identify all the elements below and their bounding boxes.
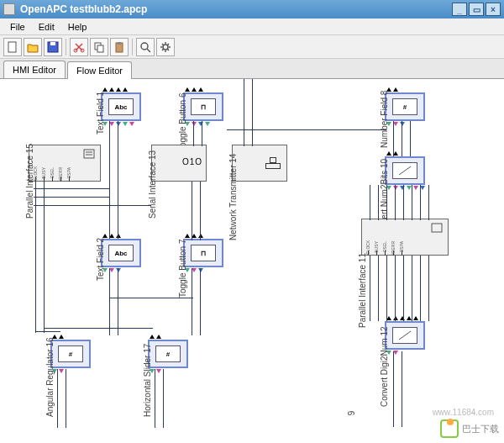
wire — [155, 369, 155, 428]
search-icon[interactable] — [136, 38, 155, 56]
node-angular-regulator-16[interactable]: # — [50, 340, 91, 368]
paste-icon[interactable] — [110, 38, 129, 56]
node-toggle-button-7[interactable]: ⊓ — [183, 239, 223, 267]
node-parallel-interface-11[interactable]: CLOCK BUSY DSEL IOERR DSPA — [361, 219, 449, 256]
wire — [395, 185, 396, 220]
copy-icon[interactable] — [90, 38, 108, 56]
wire — [386, 185, 387, 220]
convert-icon — [392, 327, 417, 344]
wire — [412, 185, 412, 220]
wire — [202, 121, 202, 146]
label-row-9: 9 — [347, 411, 356, 416]
svg-rect-0 — [8, 42, 16, 52]
flow-canvas[interactable]: CLOCK BUSY DSEL IOERR DSPA Parallel Inte… — [0, 79, 504, 443]
toolbar-separator — [66, 39, 66, 55]
node-number-field-8[interactable]: # — [385, 92, 425, 121]
label-network-transmitter-14: Network Transmitter 14 — [228, 154, 238, 240]
wire — [378, 256, 379, 321]
svg-rect-2 — [50, 42, 55, 45]
text-glyph-icon: Abc — [108, 98, 134, 115]
save-icon[interactable] — [44, 38, 62, 56]
node-convert-num2bits-10[interactable] — [385, 156, 425, 185]
menu-edit[interactable]: Edit — [32, 20, 61, 34]
svg-line-15 — [399, 166, 411, 175]
wire — [403, 185, 404, 220]
wire — [200, 268, 201, 335]
svg-rect-8 — [118, 42, 121, 45]
wire — [410, 121, 411, 156]
wire — [35, 331, 60, 332]
wire — [34, 188, 109, 189]
network-icon — [265, 157, 281, 169]
gear-icon[interactable] — [156, 38, 175, 56]
svg-line-17 — [399, 331, 411, 340]
label-text-field-1: Text Field 1 — [96, 92, 105, 134]
watermark-url: www.11684.com — [433, 408, 494, 417]
close-button[interactable]: × — [486, 3, 501, 16]
node-serial-interface-13[interactable]: O1O — [151, 145, 207, 182]
window-titlebar: OpenAPC testblubb2.apcp _ ▭ × — [0, 0, 504, 18]
tab-hmi-editor[interactable]: HMI Editor — [3, 61, 66, 78]
svg-point-11 — [163, 45, 168, 50]
node-text-field-1[interactable]: Abc — [101, 92, 141, 121]
label-parallel-interface-11: Parallel Interface 11 — [358, 253, 367, 328]
wire — [57, 369, 58, 428]
wire — [109, 121, 110, 239]
text-glyph-icon: Abc — [108, 245, 134, 261]
wire — [393, 121, 394, 156]
wire — [252, 79, 253, 146]
wire — [109, 298, 193, 298]
node-network-transmitter-14[interactable] — [232, 145, 287, 182]
watermark-logo-icon — [440, 419, 459, 438]
tab-flow-editor[interactable]: Flow Editor — [67, 61, 132, 79]
wire — [66, 369, 66, 428]
wire — [420, 185, 421, 220]
pulse-icon: ⊓ — [191, 98, 216, 115]
label-toggle-button-6: Toggle Button 6 — [178, 93, 187, 152]
toolbar — [0, 35, 504, 59]
tabstrip: HMI Editor Flow Editor — [0, 59, 504, 79]
svg-line-10 — [147, 49, 150, 52]
wire — [370, 185, 370, 220]
wire — [34, 197, 109, 198]
new-icon[interactable] — [3, 38, 22, 56]
wire — [163, 369, 164, 428]
menu-file[interactable]: File — [3, 20, 32, 34]
label-horizontal-slider-17: Horizontal Slider 17 — [143, 344, 152, 417]
app-icon — [3, 3, 15, 15]
svg-rect-16 — [432, 224, 442, 232]
node-horizontal-slider-17[interactable]: # — [148, 340, 188, 368]
node-parallel-interface-15[interactable]: CLOCK BUSY DSEL IOERR DSPA — [29, 145, 101, 182]
watermark: www.11684.com 巴士下载 — [440, 419, 499, 438]
wire — [192, 182, 192, 240]
node-convert-digi2num-12[interactable] — [385, 321, 425, 350]
label-serial-interface-13: Serial Interface 13 — [148, 150, 157, 219]
node-text-field-2[interactable]: Abc — [101, 239, 141, 267]
wire — [378, 185, 379, 220]
wire — [193, 121, 194, 146]
maximize-button[interactable]: ▭ — [469, 3, 484, 16]
label-toggle-button-7: Toggle Button 7 — [178, 240, 187, 298]
pulse-icon: ⊓ — [191, 245, 216, 261]
wire — [118, 121, 118, 239]
label-text-field-2: Text Field 2 — [96, 238, 105, 281]
open-icon[interactable] — [24, 38, 42, 56]
wire — [402, 121, 402, 156]
serial-glyph-icon: O1O — [182, 157, 202, 166]
minimize-button[interactable]: _ — [452, 3, 467, 16]
wire — [34, 205, 151, 206]
node-toggle-button-6[interactable]: ⊓ — [183, 92, 223, 121]
menu-help[interactable]: Help — [61, 20, 94, 34]
cut-icon[interactable] — [70, 38, 88, 56]
wire — [428, 256, 429, 321]
wire — [192, 268, 192, 335]
hash-icon: # — [392, 98, 417, 115]
label-parallel-interface-15: Parallel Interface 15 — [25, 144, 34, 219]
svg-point-9 — [141, 43, 148, 50]
label-convert-digi2num-12: Convert Digi2Num 12 — [380, 326, 389, 407]
wire — [393, 351, 394, 427]
wire — [35, 182, 36, 333]
wire — [118, 268, 118, 335]
wire — [44, 328, 153, 329]
menubar: File Edit Help — [0, 18, 504, 35]
